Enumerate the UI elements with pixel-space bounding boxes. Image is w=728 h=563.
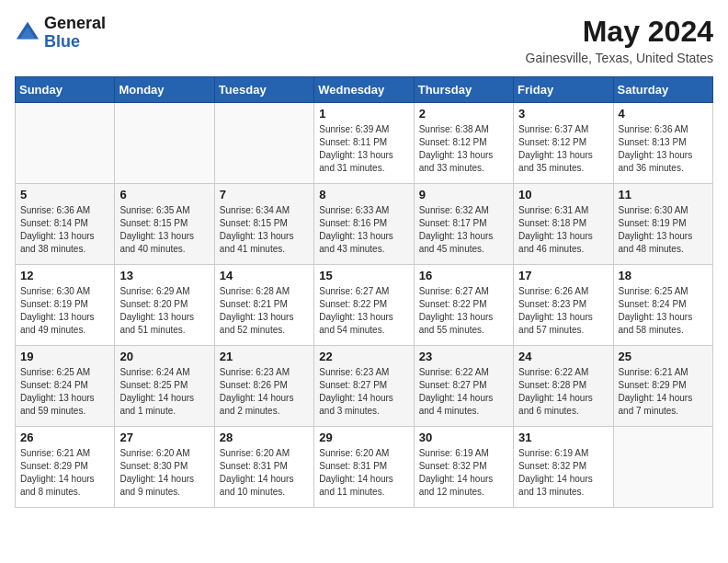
day-number: 7 — [220, 188, 309, 201]
calendar-cell: 21Sunrise: 6:23 AMSunset: 8:26 PMDayligh… — [214, 346, 313, 427]
calendar-cell: 7Sunrise: 6:34 AMSunset: 8:15 PMDaylight… — [214, 184, 313, 265]
calendar-cell: 6Sunrise: 6:35 AMSunset: 8:15 PMDaylight… — [115, 184, 214, 265]
day-info: Sunrise: 6:34 AMSunset: 8:15 PMDaylight:… — [220, 204, 309, 256]
logo-icon — [15, 20, 40, 46]
calendar-cell: 30Sunrise: 6:19 AMSunset: 8:32 PMDayligh… — [414, 427, 513, 508]
calendar-cell: 3Sunrise: 6:37 AMSunset: 8:12 PMDaylight… — [514, 103, 613, 184]
day-number: 18 — [619, 269, 708, 282]
day-info: Sunrise: 6:23 AMSunset: 8:26 PMDaylight:… — [220, 366, 309, 418]
day-info: Sunrise: 6:36 AMSunset: 8:13 PMDaylight:… — [619, 123, 708, 175]
calendar-cell: 16Sunrise: 6:27 AMSunset: 8:22 PMDayligh… — [414, 265, 513, 346]
day-header-wednesday: Wednesday — [314, 77, 414, 103]
calendar-week-row: 19Sunrise: 6:25 AMSunset: 8:24 PMDayligh… — [16, 346, 713, 427]
calendar-cell: 14Sunrise: 6:28 AMSunset: 8:21 PMDayligh… — [214, 265, 313, 346]
day-info: Sunrise: 6:29 AMSunset: 8:20 PMDaylight:… — [119, 285, 209, 337]
calendar-cell: 10Sunrise: 6:31 AMSunset: 8:18 PMDayligh… — [514, 184, 613, 265]
calendar-cell: 12Sunrise: 6:30 AMSunset: 8:19 PMDayligh… — [16, 265, 115, 346]
day-number: 17 — [518, 269, 608, 282]
day-info: Sunrise: 6:32 AMSunset: 8:17 PMDaylight:… — [419, 204, 508, 256]
day-number: 1 — [319, 107, 408, 121]
day-info: Sunrise: 6:20 AMSunset: 8:31 PMDaylight:… — [319, 447, 408, 499]
day-info: Sunrise: 6:19 AMSunset: 8:32 PMDaylight:… — [518, 447, 608, 499]
day-number: 3 — [518, 107, 608, 121]
logo-blue-text: Blue — [44, 33, 106, 52]
calendar-cell: 15Sunrise: 6:27 AMSunset: 8:22 PMDayligh… — [314, 265, 414, 346]
day-info: Sunrise: 6:28 AMSunset: 8:21 PMDaylight:… — [220, 285, 309, 337]
calendar-cell: 13Sunrise: 6:29 AMSunset: 8:20 PMDayligh… — [115, 265, 214, 346]
calendar-cell: 19Sunrise: 6:25 AMSunset: 8:24 PMDayligh… — [16, 346, 115, 427]
day-number: 4 — [619, 107, 708, 121]
location-subtitle: Gainesville, Texas, United States — [526, 51, 713, 65]
calendar-week-row: 12Sunrise: 6:30 AMSunset: 8:19 PMDayligh… — [16, 265, 713, 346]
day-info: Sunrise: 6:22 AMSunset: 8:27 PMDaylight:… — [419, 366, 508, 418]
day-info: Sunrise: 6:21 AMSunset: 8:29 PMDaylight:… — [619, 366, 708, 418]
day-number: 26 — [20, 431, 109, 444]
day-number: 14 — [220, 269, 309, 282]
calendar-cell: 5Sunrise: 6:36 AMSunset: 8:14 PMDaylight… — [16, 184, 115, 265]
calendar-cell: 26Sunrise: 6:21 AMSunset: 8:29 PMDayligh… — [16, 427, 115, 508]
calendar-cell: 4Sunrise: 6:36 AMSunset: 8:13 PMDaylight… — [613, 103, 712, 184]
day-info: Sunrise: 6:39 AMSunset: 8:11 PMDaylight:… — [319, 123, 408, 175]
day-info: Sunrise: 6:33 AMSunset: 8:16 PMDaylight:… — [319, 204, 408, 256]
calendar-cell — [613, 427, 712, 508]
calendar-cell: 9Sunrise: 6:32 AMSunset: 8:17 PMDaylight… — [414, 184, 513, 265]
calendar-header: SundayMondayTuesdayWednesdayThursdayFrid… — [16, 77, 713, 103]
day-number: 30 — [419, 431, 508, 444]
day-header-thursday: Thursday — [414, 77, 513, 103]
page-header: General Blue May 2024 Gainesville, Texas… — [15, 15, 713, 65]
day-number: 8 — [319, 188, 408, 201]
day-info: Sunrise: 6:30 AMSunset: 8:19 PMDaylight:… — [619, 204, 708, 256]
calendar-cell: 17Sunrise: 6:26 AMSunset: 8:23 PMDayligh… — [514, 265, 613, 346]
day-number: 19 — [20, 350, 109, 363]
calendar-week-row: 5Sunrise: 6:36 AMSunset: 8:14 PMDaylight… — [16, 184, 713, 265]
day-number: 13 — [119, 269, 209, 282]
logo-text: General Blue — [44, 15, 106, 52]
calendar-cell: 8Sunrise: 6:33 AMSunset: 8:16 PMDaylight… — [314, 184, 414, 265]
calendar-cell: 25Sunrise: 6:21 AMSunset: 8:29 PMDayligh… — [613, 346, 712, 427]
day-info: Sunrise: 6:30 AMSunset: 8:19 PMDaylight:… — [20, 285, 109, 337]
day-number: 31 — [518, 431, 608, 444]
day-number: 25 — [619, 350, 708, 363]
day-info: Sunrise: 6:19 AMSunset: 8:32 PMDaylight:… — [419, 447, 508, 499]
day-number: 21 — [220, 350, 309, 363]
day-number: 24 — [518, 350, 608, 363]
day-number: 6 — [119, 188, 209, 201]
day-info: Sunrise: 6:21 AMSunset: 8:29 PMDaylight:… — [20, 447, 109, 499]
calendar-cell: 27Sunrise: 6:20 AMSunset: 8:30 PMDayligh… — [115, 427, 214, 508]
title-area: May 2024 Gainesville, Texas, United Stat… — [526, 15, 713, 65]
day-info: Sunrise: 6:20 AMSunset: 8:30 PMDaylight:… — [119, 447, 209, 499]
day-number: 29 — [319, 431, 408, 444]
day-number: 23 — [419, 350, 508, 363]
day-info: Sunrise: 6:35 AMSunset: 8:15 PMDaylight:… — [119, 204, 209, 256]
day-header-monday: Monday — [115, 77, 214, 103]
day-info: Sunrise: 6:38 AMSunset: 8:12 PMDaylight:… — [419, 123, 508, 175]
day-number: 9 — [419, 188, 508, 201]
month-year-title: May 2024 — [526, 15, 713, 49]
day-number: 12 — [20, 269, 109, 282]
calendar-week-row: 1Sunrise: 6:39 AMSunset: 8:11 PMDaylight… — [16, 103, 713, 184]
day-info: Sunrise: 6:36 AMSunset: 8:14 PMDaylight:… — [20, 204, 109, 256]
day-info: Sunrise: 6:20 AMSunset: 8:31 PMDaylight:… — [220, 447, 309, 499]
calendar-cell — [16, 103, 115, 184]
day-number: 16 — [419, 269, 508, 282]
day-info: Sunrise: 6:24 AMSunset: 8:25 PMDaylight:… — [119, 366, 209, 418]
day-info: Sunrise: 6:25 AMSunset: 8:24 PMDaylight:… — [20, 366, 109, 418]
calendar-cell: 1Sunrise: 6:39 AMSunset: 8:11 PMDaylight… — [314, 103, 414, 184]
calendar-cell — [115, 103, 214, 184]
day-number: 11 — [619, 188, 708, 201]
day-info: Sunrise: 6:22 AMSunset: 8:28 PMDaylight:… — [518, 366, 608, 418]
day-header-tuesday: Tuesday — [214, 77, 313, 103]
days-header-row: SundayMondayTuesdayWednesdayThursdayFrid… — [16, 77, 713, 103]
calendar-cell: 29Sunrise: 6:20 AMSunset: 8:31 PMDayligh… — [314, 427, 414, 508]
calendar-cell: 24Sunrise: 6:22 AMSunset: 8:28 PMDayligh… — [514, 346, 613, 427]
day-number: 5 — [20, 188, 109, 201]
day-number: 2 — [419, 107, 508, 121]
day-header-friday: Friday — [514, 77, 613, 103]
calendar-cell: 2Sunrise: 6:38 AMSunset: 8:12 PMDaylight… — [414, 103, 513, 184]
day-info: Sunrise: 6:31 AMSunset: 8:18 PMDaylight:… — [518, 204, 608, 256]
day-info: Sunrise: 6:27 AMSunset: 8:22 PMDaylight:… — [419, 285, 508, 337]
calendar-cell: 23Sunrise: 6:22 AMSunset: 8:27 PMDayligh… — [414, 346, 513, 427]
calendar-cell: 11Sunrise: 6:30 AMSunset: 8:19 PMDayligh… — [613, 184, 712, 265]
calendar-cell: 28Sunrise: 6:20 AMSunset: 8:31 PMDayligh… — [214, 427, 313, 508]
calendar-cell — [214, 103, 313, 184]
